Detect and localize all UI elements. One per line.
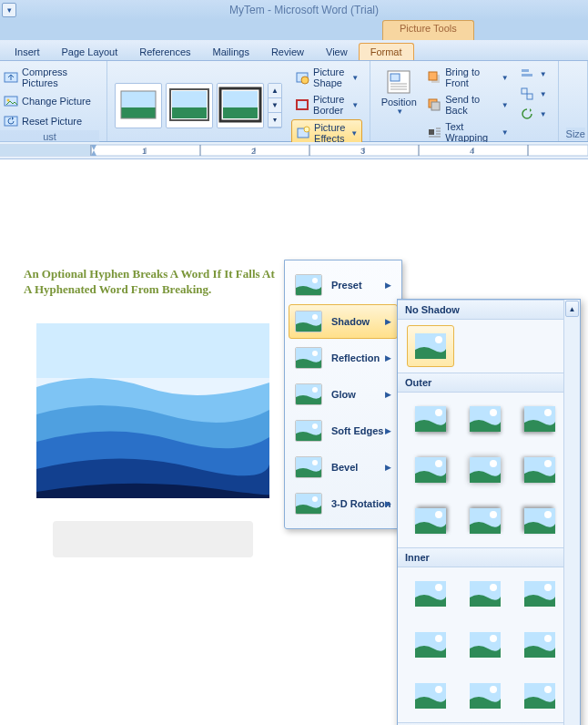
picture-effects-menu: Preset▶Shadow▶Reflection▶Glow▶Soft Edges… [284,260,402,529]
gallery-scroll[interactable]: ▲▼▾ [268,83,282,128]
svg-point-80 [490,460,497,467]
gallery-up-icon[interactable]: ▲ [269,84,281,98]
tab-format[interactable]: Format [359,43,414,60]
svg-point-74 [490,409,497,416]
shadow-thumb[interactable] [516,675,563,717]
shadow-thumb[interactable] [516,573,563,615]
no-shadow-thumb[interactable] [407,325,454,367]
effects-reflection[interactable]: Reflection▶ [289,341,398,375]
tab-review[interactable]: Review [260,44,315,60]
effect-label: Glow [331,389,356,400]
shadow-thumb[interactable] [461,624,509,666]
svg-text:3: 3 [360,147,365,156]
effect-icon [295,493,322,515]
rotate-icon [520,107,534,121]
change-picture-button[interactable]: Change Picture [0,92,99,110]
text-wrapping-button[interactable]: Text Wrapping▼ [423,119,512,145]
change-picture-icon [4,94,18,108]
shadow-thumb[interactable] [461,573,509,615]
submenu-arrow-icon: ▶ [385,317,391,326]
svg-point-84 [435,511,442,518]
tab-page-layout[interactable]: Page Layout [51,44,129,60]
gallery-more-icon[interactable]: ▾ [269,113,281,128]
shadow-thumb[interactable] [516,500,563,542]
gallery-down-icon[interactable]: ▼ [269,98,281,113]
shadow-thumb[interactable] [461,675,509,717]
dropdown-icon: ▼ [396,107,403,116]
effect-label: Soft Edges [331,425,383,436]
dropdown-icon: ▼ [540,70,547,78]
send-to-back-button[interactable]: Send to Back▼ [423,92,512,117]
shadow-thumb[interactable] [461,398,509,440]
shadow-thumb[interactable] [407,624,454,666]
svg-point-82 [544,460,552,467]
effect-label: Shadow [331,316,370,327]
qat-button[interactable]: ▾ [2,3,16,17]
compress-icon [4,70,18,85]
effect-label: Preset [331,280,362,291]
picture-tools-label: Picture Tools [382,20,474,40]
effects-shadow[interactable]: Shadow▶ [289,304,398,339]
svg-point-17 [304,127,309,132]
shadow-thumb[interactable] [461,500,509,542]
svg-point-100 [544,635,552,642]
style-thumb-2[interactable] [166,83,213,128]
compress-pictures-button[interactable]: Compress Pictures [0,65,99,90]
svg-rect-27 [429,129,434,135]
svg-point-90 [435,584,442,591]
svg-text:1: 1 [142,147,147,156]
group-button[interactable]: ▼ [516,85,551,103]
shadow-thumb[interactable] [407,573,454,615]
picture-shape-button[interactable]: Picture Shape▼ [291,65,362,90]
gallery-scrollbar[interactable]: ▲ ▼ [563,300,580,725]
document-area[interactable]: An Optional Hyphen Breaks A Word If It F… [0,159,588,725]
effects-preset[interactable]: Preset▶ [289,268,398,302]
align-button[interactable]: ▼ [516,65,551,83]
svg-text:2: 2 [251,147,256,156]
tab-references[interactable]: References [128,44,201,60]
effect-icon [295,274,322,296]
effects-bevel[interactable]: Bevel▶ [289,450,398,485]
shadow-thumb[interactable] [516,449,563,491]
scroll-up-icon[interactable]: ▲ [565,301,579,317]
style-thumb-1[interactable] [115,83,162,128]
svg-point-94 [544,584,552,591]
svg-rect-8 [172,107,207,118]
effects-3-d-rotation[interactable]: 3-D Rotation▶ [289,486,398,521]
section-outer: Outer [398,373,564,393]
picture-border-icon [295,97,309,112]
style-thumb-3[interactable] [217,83,264,128]
svg-rect-24 [429,72,437,80]
rotate-button[interactable]: ▼ [516,105,551,123]
shadow-thumb[interactable] [516,624,563,666]
bring-to-front-button[interactable]: Bring to Front▼ [423,65,512,90]
shadow-thumb[interactable] [407,398,454,440]
svg-point-104 [490,686,497,693]
ruler[interactable]: 1234 [0,142,588,159]
tab-mailings[interactable]: Mailings [202,44,260,60]
group-icon [520,87,534,101]
effects-glow[interactable]: Glow▶ [289,377,398,412]
svg-point-66 [312,460,318,465]
position-button[interactable]: Position▼ [378,65,420,145]
effect-icon [295,420,322,442]
shadow-thumb[interactable] [407,449,454,491]
svg-point-14 [301,77,309,84]
shadow-thumb[interactable] [516,398,563,440]
tab-view[interactable]: View [315,44,359,60]
bring-front-icon [427,70,441,85]
effect-label: Bevel [331,462,358,473]
effect-icon [295,383,322,405]
reset-picture-button[interactable]: Reset Picture [0,112,99,130]
shadow-thumb[interactable] [407,500,454,542]
picture-border-button[interactable]: Picture Border▼ [291,92,362,117]
shadow-thumb[interactable] [407,675,454,717]
tab-insert[interactable]: Insert [4,44,51,60]
shadow-thumb[interactable] [461,449,509,491]
effects-soft-edges[interactable]: Soft Edges▶ [289,414,398,448]
svg-point-106 [544,686,552,693]
svg-rect-54 [36,323,269,378]
svg-rect-19 [390,74,400,81]
svg-point-60 [312,351,318,356]
inserted-picture[interactable] [36,323,269,498]
